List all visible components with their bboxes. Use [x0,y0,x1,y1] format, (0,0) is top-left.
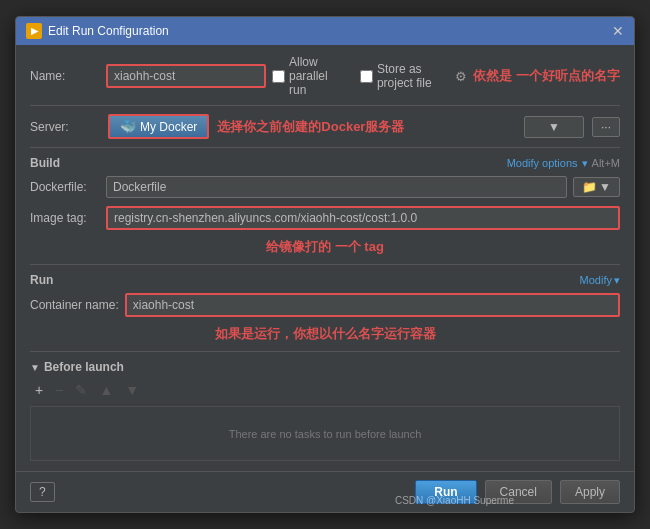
edit-run-config-dialog: ▶ Edit Run Configuration ✕ Name: Allow p… [15,16,635,513]
modify-options-group: Modify options ▾ Alt+M [507,157,620,170]
annotation-tag: 给镜像打的 一个 tag [266,238,384,256]
dockerfile-row: Dockerfile: 📁 ▼ [30,176,620,198]
dialog-footer: ? Run Cancel Apply [16,471,634,512]
folder-icon: 📁 [582,180,597,194]
imagetag-label: Image tag: [30,211,100,225]
store-project-label[interactable]: Store as project file [360,62,439,90]
run-modify-group: Modify ▾ [580,274,620,287]
title-bar-left: ▶ Edit Run Configuration [26,23,169,39]
move-down-task-button[interactable]: ▼ [120,380,144,400]
before-launch-section: ▼ Before launch + − ✎ ▲ ▼ There are no t… [30,360,620,461]
remove-task-button[interactable]: − [50,380,68,400]
store-project-checkbox[interactable] [360,70,373,83]
divider-4 [30,351,620,352]
move-up-task-button[interactable]: ▲ [94,380,118,400]
dockerfile-label: Dockerfile: [30,180,100,194]
cancel-button[interactable]: Cancel [485,480,552,504]
dockerfile-browse-button[interactable]: 📁 ▼ [573,177,620,197]
container-name-row: Container name: [30,293,620,317]
name-row: Name: Allow parallel run Store as projec… [30,55,620,97]
my-docker-button[interactable]: 🐳 My Docker [108,114,209,139]
gear-icon[interactable]: ⚙ [455,69,467,84]
before-launch-title: Before launch [44,360,124,374]
server-label: Server: [30,120,100,134]
imagetag-input[interactable] [106,206,620,230]
annotation-server: 选择你之前创建的Docker服务器 [217,118,404,136]
edit-task-button[interactable]: ✎ [70,380,92,400]
empty-tasks-message: There are no tasks to run before launch [30,406,620,461]
collapse-icon[interactable]: ▼ [30,362,40,373]
name-input[interactable] [106,64,266,88]
run-modify-link[interactable]: Modify [580,274,612,286]
allow-parallel-checkbox[interactable] [272,70,285,83]
docker-icon: 🐳 [120,119,136,134]
modify-options-shortcut: Alt+M [592,157,620,169]
checkbox-group: Allow parallel run Store as project file… [272,55,467,97]
build-section-header: Build Modify options ▾ Alt+M [30,156,620,170]
before-launch-header: ▼ Before launch [30,360,620,374]
annotation-container: 如果是运行，你想以什么名字运行容器 [215,325,436,343]
run-title: Run [30,273,53,287]
server-more-button[interactable]: ··· [592,117,620,137]
annotation-container-row: 如果是运行，你想以什么名字运行容器 [30,325,620,343]
before-launch-toolbar: + − ✎ ▲ ▼ [30,380,620,400]
run-button[interactable]: Run [415,480,476,504]
dialog-title: Edit Run Configuration [48,24,169,38]
modify-options-link[interactable]: Modify options [507,157,578,169]
title-bar: ▶ Edit Run Configuration ✕ [16,17,634,45]
name-label: Name: [30,69,100,83]
imagetag-row: Image tag: [30,206,620,230]
server-dropdown-arrow[interactable]: ▼ [524,116,584,138]
allow-parallel-label[interactable]: Allow parallel run [272,55,344,97]
close-button[interactable]: ✕ [612,24,624,38]
run-config-icon: ▶ [26,23,42,39]
annotation-tag-row: 给镜像打的 一个 tag [30,238,620,256]
footer-buttons: Run Cancel Apply [415,480,620,504]
container-name-input[interactable] [125,293,620,317]
run-section-header: Run Modify ▾ [30,273,620,287]
add-task-button[interactable]: + [30,380,48,400]
annotation-name: 依然是 一个好听点的名字 [473,67,620,85]
divider-1 [30,105,620,106]
divider-3 [30,264,620,265]
apply-button[interactable]: Apply [560,480,620,504]
dialog-body: Name: Allow parallel run Store as projec… [16,45,634,471]
help-button[interactable]: ? [30,482,55,502]
build-title: Build [30,156,60,170]
server-row: Server: 🐳 My Docker 选择你之前创建的Docker服务器 ▼ … [30,114,620,139]
container-name-label: Container name: [30,298,119,312]
dockerfile-input[interactable] [106,176,567,198]
divider-2 [30,147,620,148]
